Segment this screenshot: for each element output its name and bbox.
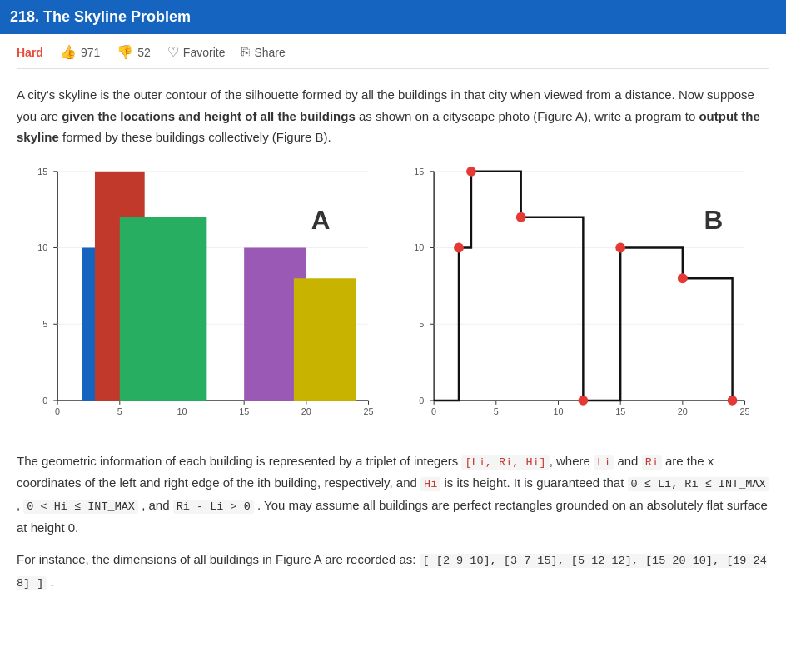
svg-text:15: 15 [414, 166, 424, 176]
desc-para3: For instance, the dimensions of all buil… [17, 549, 769, 593]
svg-text:10: 10 [177, 406, 187, 416]
share-icon: ⎘ [241, 45, 250, 60]
skyline-dot-5 [615, 242, 625, 252]
thumbs-up-icon: 👍 [60, 44, 77, 60]
figure-b: 0 5 10 15 0 5 10 15 20 25 [393, 163, 769, 436]
svg-text:15: 15 [615, 406, 625, 416]
svg-text:25: 25 [364, 406, 374, 416]
svg-text:25: 25 [740, 406, 750, 416]
dislikes-button[interactable]: 👎 52 [117, 44, 151, 60]
share-button[interactable]: ⎘ Share [241, 45, 285, 60]
code-constraint2: 0 < Hi ≤ INT_MAX [23, 500, 138, 514]
figures-container: 0 5 10 15 0 5 10 15 20 25 [17, 163, 769, 436]
desc-para2: The geometric information of each buildi… [17, 450, 769, 539]
svg-text:0: 0 [431, 406, 436, 416]
thumbs-down-icon: 👎 [117, 44, 133, 60]
skyline-dot-1 [454, 242, 464, 252]
favorite-button[interactable]: ♡ Favorite [167, 44, 226, 60]
meta-row: Hard 👍 971 👎 52 ♡ Favorite ⎘ Share [17, 34, 769, 69]
code-dimensions: [ [2 9 10], [3 7 15], [5 12 12], [15 20 … [17, 554, 767, 590]
likes-button[interactable]: 👍 971 [60, 44, 100, 60]
code-constraint1: 0 ≤ Li, Ri ≤ INT_MAX [628, 477, 769, 491]
svg-text:0: 0 [42, 395, 47, 405]
svg-text:15: 15 [239, 406, 249, 416]
skyline-dot-4 [578, 396, 588, 406]
description-body: The geometric information of each buildi… [17, 450, 769, 593]
heart-icon: ♡ [167, 44, 179, 60]
svg-text:20: 20 [678, 406, 688, 416]
page-title: 218. The Skyline Problem [0, 0, 786, 34]
code-li: Li [594, 455, 614, 470]
description-para1: A city's skyline is the outer contour of… [17, 84, 769, 148]
building-5 [294, 278, 356, 401]
svg-text:15: 15 [37, 166, 47, 176]
svg-text:5: 5 [494, 406, 499, 416]
skyline-dot-2 [466, 166, 476, 176]
code-constraint3: Ri - Li > 0 [173, 500, 254, 514]
code-hi: Hi [420, 477, 440, 491]
difficulty-badge: Hard [17, 46, 43, 59]
code-li-ri-hi: [Li, Ri, Hi] [461, 455, 549, 470]
figure-a-chart: 0 5 10 15 0 5 10 15 20 25 [17, 163, 393, 433]
svg-text:20: 20 [301, 406, 311, 416]
figure-a: 0 5 10 15 0 5 10 15 20 25 [17, 163, 393, 436]
svg-text:10: 10 [37, 242, 47, 252]
svg-text:0: 0 [55, 406, 60, 416]
skyline-dot-3 [516, 212, 526, 222]
svg-text:10: 10 [553, 406, 563, 416]
building-3 [120, 217, 207, 400]
svg-text:5: 5 [42, 318, 47, 328]
figure-b-chart: 0 5 10 15 0 5 10 15 20 25 [393, 163, 769, 433]
skyline-path [434, 171, 732, 400]
figure-b-label: B [704, 205, 723, 234]
svg-text:5: 5 [419, 318, 424, 328]
svg-text:5: 5 [117, 406, 122, 416]
code-ri: Ri [642, 455, 662, 470]
svg-text:10: 10 [414, 242, 424, 252]
svg-text:0: 0 [419, 395, 424, 405]
skyline-dot-6 [678, 273, 688, 283]
skyline-dot-7 [728, 396, 738, 406]
figure-a-label: A [311, 205, 331, 234]
